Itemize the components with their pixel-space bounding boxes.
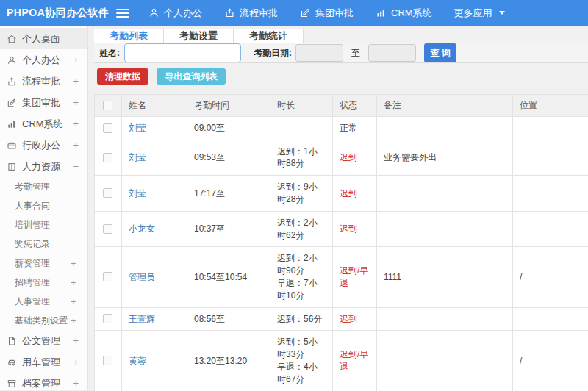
nav-more-apps[interactable]: 更多应用 [454,7,505,20]
sidebar-subitem-label: 招聘管理 [15,276,71,289]
employee-name-link[interactable]: 刘莹 [129,152,146,162]
expand-toggle[interactable]: + [71,277,76,288]
nav-group-approval[interactable]: 集团审批 [300,7,354,20]
sidebar-subitem-recruit-mgmt[interactable]: 招聘管理+ [0,273,87,292]
employee-name-link[interactable]: 刘莹 [129,123,146,133]
sidebar-item-human-resources[interactable]: 人力资源− [0,156,87,177]
checkbox-cell [95,307,122,331]
attendance-time-cell: 10:37至 [187,211,270,247]
location-cell [513,116,588,140]
employee-name-link[interactable]: 小龙女 [129,223,155,234]
expand-toggle[interactable]: + [73,356,79,367]
expand-toggle[interactable]: + [71,258,76,269]
name-cell: 刘莹 [122,140,187,176]
tab-bar: 考勤列表 考勤设置 考勤统计 [94,29,588,43]
row-checkbox[interactable] [103,153,112,162]
expand-toggle[interactable]: + [73,76,79,87]
row-checkbox[interactable] [103,272,112,281]
nav-label: 更多应用 [454,7,492,20]
expand-toggle[interactable]: − [73,161,79,172]
clean-data-button[interactable]: 清理数据 [97,68,148,85]
sidebar-item-vehicle-mgmt[interactable]: 用车管理+ [0,351,87,373]
sidebar-subitem-hr-contract[interactable]: 人事合同 [0,196,87,215]
briefcase-icon [7,140,17,151]
date-from-input[interactable] [295,44,343,62]
sidebar-item-workflow-approval[interactable]: 流程审批+ [0,71,87,92]
sidebar-item-crm-system[interactable]: CRM系统+ [0,113,87,134]
duration-cell: 迟到：2小时90分早退：7小时10分 [270,247,333,307]
nav-workflow-approval[interactable]: 流程审批 [224,7,278,20]
sidebar-subitem-reward-punish[interactable]: 奖惩记录 [0,234,87,254]
sidebar-item-label: 档案管理 [22,377,73,390]
sidebar-subitem-personnel-mgmt[interactable]: 人事管理+ [0,292,87,311]
doc-icon [7,336,17,346]
expand-toggle[interactable]: + [71,315,76,326]
sidebar-item-personal-office[interactable]: 个人办公+ [0,49,87,71]
sidebar-subitem-label: 人事合同 [15,200,71,212]
sidebar-subitem-label: 奖惩记录 [15,238,71,251]
employee-name-link[interactable]: 管理员 [129,272,155,282]
menu-toggle-icon[interactable] [116,9,129,18]
sidebar-item-document-mgmt[interactable]: 公文管理+ [0,330,87,351]
sidebar-subitem-salary-mgmt[interactable]: 薪资管理+ [0,254,87,273]
tab-attendance-settings[interactable]: 考勤设置 [164,29,234,43]
row-checkbox[interactable] [103,188,112,198]
name-input[interactable] [124,43,241,62]
expand-toggle[interactable]: + [71,296,76,307]
expand-toggle[interactable]: + [73,97,79,108]
nav-label: 个人办公 [164,7,202,20]
select-all-checkbox[interactable] [103,101,112,110]
expand-toggle[interactable]: + [73,335,79,346]
employee-name-link[interactable]: 王壹辉 [129,314,155,324]
sidebar-item-group-approval[interactable]: 集团审批+ [0,92,87,113]
location-cell: / [513,331,588,391]
expand-toggle[interactable]: + [73,118,79,129]
sidebar-subitem-base-category[interactable]: 基础类别设置+ [0,311,87,330]
name-cell: 刘莹 [122,116,187,140]
sidebar-subitem-attendance-mgmt[interactable]: 考勤管理 [0,177,87,196]
table-row: 刘莹09:53至迟到：1小时88分迟到业务需要外出 [95,140,588,176]
location-cell [513,211,588,247]
column-header: 位置 [513,95,588,117]
checkbox-cell [95,211,122,247]
date-to-input[interactable] [368,44,416,62]
attendance-time-cell: 13:20至13:20 [187,331,270,391]
note-cell [377,116,513,140]
row-checkbox[interactable] [103,314,112,323]
search-button[interactable]: 查 询 [424,43,456,62]
row-checkbox[interactable] [103,224,112,234]
row-checkbox[interactable] [103,356,112,365]
employee-name-link[interactable]: 黄蓉 [129,356,146,366]
duration-cell: 迟到：56分 [270,307,333,331]
sidebar-item-label: 公文管理 [22,334,73,348]
row-checkbox[interactable] [103,123,112,133]
sidebar-item-archive-mgmt[interactable]: 档案管理+ [0,373,87,391]
status-badge: 迟到 [340,152,357,162]
employee-name-link[interactable]: 刘莹 [129,188,146,198]
location-cell [513,140,588,176]
sidebar-item-personal-desktop[interactable]: 个人桌面 [0,28,87,49]
nav-personal-office[interactable]: 个人办公 [148,7,202,20]
sidebar-item-label: 行政办公 [22,139,73,152]
attendance-time-cell: 17:17至 [187,176,270,212]
nav-crm-system[interactable]: CRM系统 [376,7,432,20]
expand-toggle[interactable]: + [73,140,79,151]
checkbox-cell [95,176,122,212]
tab-attendance-stats[interactable]: 考勤统计 [234,29,304,43]
expand-toggle[interactable]: + [73,378,79,389]
export-list-button[interactable]: 导出查询列表 [157,68,226,85]
sidebar-subitem-training-mgmt[interactable]: 培训管理 [0,215,87,234]
note-cell: 业务需要外出 [377,140,513,176]
name-cell: 管理员 [122,247,187,307]
table-row: 黄蓉13:20至13:20迟到：5小时33分早退：4小时67分迟到/早退/ [95,331,588,391]
sidebar-subitem-label: 考勤管理 [15,181,71,193]
table-header-row: 姓名考勤时间时长状态备注位置 [95,95,588,117]
sidebar-subitem-label: 培训管理 [15,219,71,232]
duration-cell: 迟到：5小时33分早退：4小时67分 [270,331,333,391]
column-header: 考勤时间 [187,95,270,117]
sidebar-item-admin-office[interactable]: 行政办公+ [0,134,87,156]
duration-cell: 迟到：2小时62分 [270,211,333,247]
attendance-time-cell: 09:00至 [187,116,270,140]
expand-toggle[interactable]: + [73,54,79,65]
tab-attendance-list[interactable]: 考勤列表 [94,29,164,43]
